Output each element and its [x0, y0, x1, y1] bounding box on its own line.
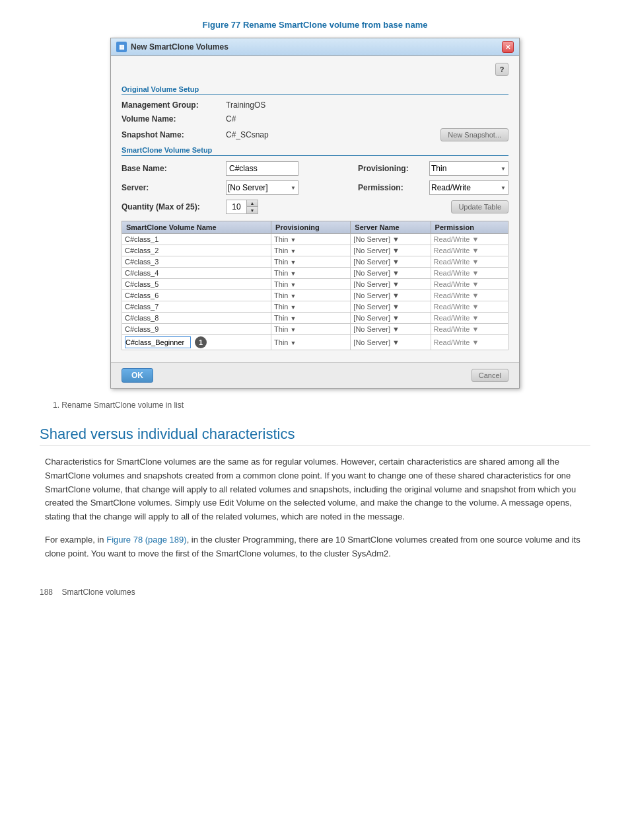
provisioning-select[interactable]: Thin Full	[429, 161, 508, 176]
table-row: C#class_7Thin ▼[No Server] ▼Read/Write ▼	[122, 301, 508, 313]
section-heading: Shared versus individual characteristics	[40, 426, 590, 446]
body-paragraph-2: For example, in Figure 78 (page 189), in…	[40, 533, 590, 561]
vol-name-cell: C#class_9	[122, 324, 271, 335]
footnote-text: Rename SmartClone volume in list	[61, 401, 184, 410]
permission-select[interactable]: Read/Write Read Only	[429, 180, 508, 195]
vol-server-cell: [No Server] ▼	[351, 301, 431, 313]
col-header-server: Server Name	[351, 221, 431, 234]
spinner-down-button[interactable]: ▼	[247, 207, 258, 213]
update-table-button[interactable]: Update Table	[451, 200, 508, 213]
vol-perm-cell: Read/Write ▼	[431, 290, 508, 301]
dialog-footer: OK Cancel	[111, 362, 519, 388]
table-row: C#class_2Thin ▼[No Server] ▼Read/Write ▼	[122, 245, 508, 256]
mgmt-group-value: TrainingOS	[226, 100, 265, 110]
vol-server-cell: [No Server] ▼	[351, 268, 431, 279]
help-button[interactable]: ?	[495, 63, 508, 76]
vol-name-cell: C#class_8	[122, 313, 271, 324]
vol-server-cell: [No Server] ▼	[351, 324, 431, 335]
quantity-input[interactable]	[227, 200, 246, 213]
quantity-row: Quantity (Max of 25): ▲ ▼ Update Table	[122, 200, 508, 214]
volume-name-row: Volume Name: C#	[122, 114, 508, 124]
table-row: C#class_9Thin ▼[No Server] ▼Read/Write ▼	[122, 324, 508, 335]
close-button[interactable]: ✕	[502, 41, 514, 53]
vol-name-cell: C#class_4	[122, 268, 271, 279]
server-label: Server:	[122, 183, 221, 192]
original-volume-section-label: Original Volume Setup	[122, 85, 508, 95]
vol-name-cell: C#class_2	[122, 245, 271, 256]
vol-server-cell: [No Server] ▼	[351, 256, 431, 268]
col-header-provisioning: Provisioning	[271, 221, 351, 234]
vol-perm-cell: Read/Write ▼	[431, 279, 508, 290]
dialog-window: ▦ New SmartClone Volumes ✕ ? Original Vo…	[110, 38, 520, 389]
footnote-number: 1.	[53, 401, 61, 410]
col-header-name: SmartClone Volume Name	[122, 221, 271, 234]
vol-prov-cell: Thin ▼	[271, 335, 351, 350]
vol-server-cell: [No Server] ▼	[351, 234, 431, 245]
vol-server-cell: [No Server] ▼	[351, 313, 431, 324]
server-select[interactable]: [No Server]	[226, 180, 298, 195]
table-row: C#class_3Thin ▼[No Server] ▼Read/Write ▼	[122, 256, 508, 268]
vol-perm-cell: Read/Write ▼	[431, 313, 508, 324]
section-name: SmartClone volumes	[61, 588, 135, 597]
smartclone-section-label: SmartClone Volume Setup	[122, 146, 508, 156]
mgmt-group-row: Management Group: TrainingOS	[122, 100, 508, 110]
new-snapshot-button[interactable]: New Snapshot...	[440, 128, 508, 141]
cancel-button[interactable]: Cancel	[472, 369, 508, 382]
table-row: 1Thin ▼[No Server] ▼Read/Write ▼	[122, 335, 508, 350]
snapshot-name-value: C#_SCsnap	[226, 130, 269, 139]
snapshot-name-row: Snapshot Name: C#_SCsnap New Snapshot...	[122, 128, 508, 141]
vol-perm-cell: Read/Write ▼	[431, 324, 508, 335]
footnote: 1. Rename SmartClone volume in list	[40, 401, 590, 410]
table-row: C#class_8Thin ▼[No Server] ▼Read/Write ▼	[122, 313, 508, 324]
vol-server-cell: [No Server] ▼	[351, 335, 431, 350]
vol-perm-cell: Read/Write ▼	[431, 301, 508, 313]
page-number: 188	[40, 588, 53, 597]
volume-name-label: Volume Name:	[122, 114, 221, 124]
vol-name-cell[interactable]: 1	[122, 335, 271, 350]
rename-badge: 1	[195, 336, 207, 348]
base-name-input[interactable]	[226, 161, 298, 176]
vol-prov-cell: Thin ▼	[271, 324, 351, 335]
vol-name-cell: C#class_1	[122, 234, 271, 245]
vol-server-cell: [No Server] ▼	[351, 290, 431, 301]
dialog-titlebar: ▦ New SmartClone Volumes ✕	[111, 38, 519, 56]
volume-name-value: C#	[226, 114, 236, 124]
vol-server-cell: [No Server] ▼	[351, 245, 431, 256]
vol-prov-cell: Thin ▼	[271, 301, 351, 313]
vol-prov-cell: Thin ▼	[271, 256, 351, 268]
vol-perm-cell: Read/Write ▼	[431, 256, 508, 268]
base-name-label: Base Name:	[122, 164, 221, 173]
quantity-label: Quantity (Max of 25):	[122, 202, 221, 211]
dialog-body: ? Original Volume Setup Management Group…	[111, 56, 519, 362]
vol-prov-cell: Thin ▼	[271, 313, 351, 324]
table-row: C#class_1Thin ▼[No Server] ▼Read/Write ▼	[122, 234, 508, 245]
vol-prov-cell: Thin ▼	[271, 290, 351, 301]
dialog-title-icon: ▦	[116, 42, 127, 52]
spinner-up-button[interactable]: ▲	[247, 200, 258, 207]
mgmt-group-label: Management Group:	[122, 100, 221, 110]
vol-prov-cell: Thin ▼	[271, 268, 351, 279]
figure-link[interactable]: Figure 78 (page 189)	[106, 535, 186, 545]
table-row: C#class_4Thin ▼[No Server] ▼Read/Write ▼	[122, 268, 508, 279]
server-permission-row: Server: [No Server] Permission: Read/Wri…	[122, 180, 508, 195]
vol-prov-cell: Thin ▼	[271, 234, 351, 245]
vol-prov-cell: Thin ▼	[271, 279, 351, 290]
page-footer: 188 SmartClone volumes	[40, 588, 590, 597]
vol-name-cell: C#class_5	[122, 279, 271, 290]
vol-name-cell: C#class_6	[122, 290, 271, 301]
dialog-title-text: New SmartClone Volumes	[131, 42, 228, 52]
vol-perm-cell: Read/Write ▼	[431, 335, 508, 350]
col-header-permission: Permission	[431, 221, 508, 234]
base-provisioning-row: Base Name: Provisioning: Thin Full	[122, 161, 508, 176]
vol-name-cell: C#class_7	[122, 301, 271, 313]
figure-caption: Figure 77 Rename SmartClone volume from …	[40, 20, 590, 30]
volume-table: SmartClone Volume Name Provisioning Serv…	[122, 221, 508, 350]
table-row: C#class_5Thin ▼[No Server] ▼Read/Write ▼	[122, 279, 508, 290]
table-row: C#class_6Thin ▼[No Server] ▼Read/Write ▼	[122, 290, 508, 301]
ok-button[interactable]: OK	[122, 368, 153, 383]
vol-name-input[interactable]	[125, 336, 191, 348]
snapshot-name-label: Snapshot Name:	[122, 130, 221, 139]
vol-server-cell: [No Server] ▼	[351, 279, 431, 290]
provisioning-label: Provisioning:	[358, 164, 424, 173]
dialog-title: ▦ New SmartClone Volumes	[116, 42, 228, 52]
